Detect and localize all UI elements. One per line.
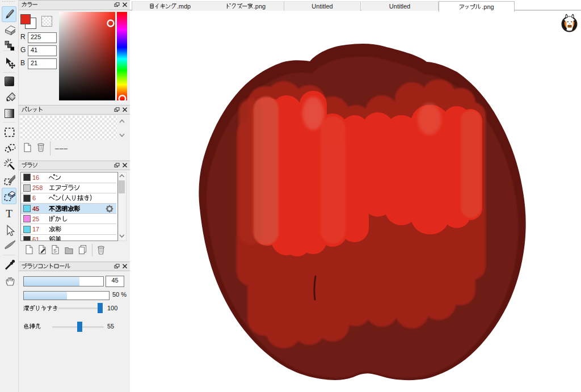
svg-text:S: S bbox=[53, 248, 57, 254]
svg-text:T: T bbox=[6, 208, 12, 220]
